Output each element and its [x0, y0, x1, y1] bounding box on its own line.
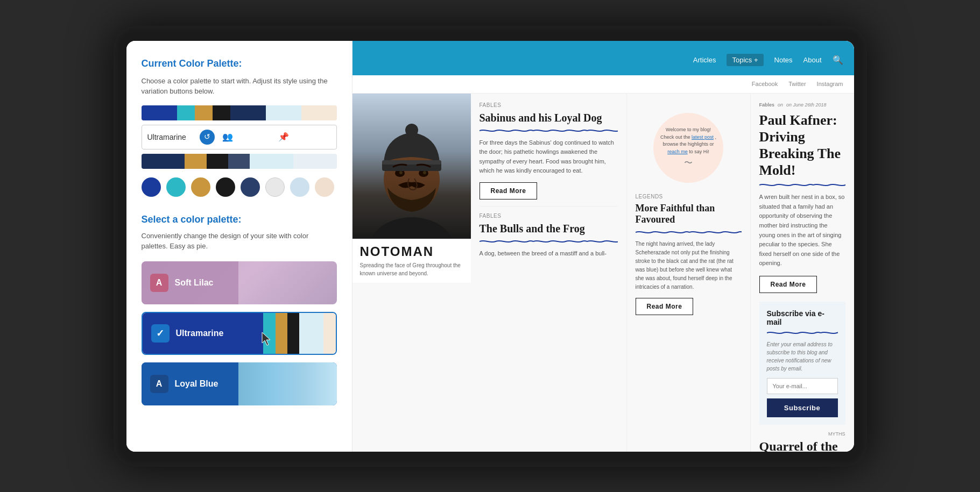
subscribe-email-input[interactable] [767, 378, 838, 394]
swatch-5 [230, 105, 266, 120]
people-icon[interactable]: 👥 [222, 132, 275, 142]
latest-post-link[interactable]: latest post [692, 134, 714, 140]
search-icon[interactable]: 🔍 [833, 55, 843, 65]
notoman-section: NOTOMAN Spreading the face of Greg throu… [352, 239, 471, 283]
swatch-b4 [228, 154, 250, 169]
subscribe-button[interactable]: Subscribe [767, 398, 838, 417]
reach-me-link[interactable]: reach me [667, 149, 688, 154]
myths-title: Quarrel of the Dogs and the Cats [759, 439, 845, 452]
bottom-swatch-bar [142, 154, 337, 169]
swatch-6 [266, 105, 301, 120]
tablet-frame: Current Color Palette: Choose a color pa… [114, 26, 867, 467]
sabinus-title: Sabinus and his Loyal Dog [480, 111, 618, 124]
color-circle-peach[interactable] [315, 177, 334, 197]
left-panel: Current Color Palette: Choose a color pa… [126, 41, 352, 452]
svg-point-10 [405, 124, 418, 137]
screen: Current Color Palette: Choose a color pa… [126, 41, 854, 452]
nav-instagram[interactable]: Instagram [817, 81, 843, 87]
select-palette-section: Select a color palette: Conveniently cha… [142, 214, 337, 405]
article-bulls: Fables The Bulls and the Frog A dog, bet… [480, 213, 618, 259]
sw1 [239, 313, 264, 354]
site-title: NOTOMAN [360, 244, 463, 259]
color-circle-teal[interactable] [166, 177, 186, 197]
featured-column: Fables on on June 26th 2018 Paul Kafner:… [751, 94, 854, 452]
palette-card-soft-lilac[interactable]: A Soft Lilac [142, 261, 337, 304]
legends-article: Legends More Faithful than Favoured The … [636, 194, 742, 315]
color-circle-brown[interactable] [191, 177, 210, 197]
nav-articles[interactable]: Articles [693, 56, 716, 64]
color-circle-black[interactable] [216, 177, 235, 197]
svg-point-7 [423, 171, 426, 174]
welcome-bubble: Welcome to my blog! Check out the latest… [653, 113, 723, 183]
featured-read-more[interactable]: Read More [759, 276, 817, 293]
loyal-blue-name: Loyal Blue [175, 379, 218, 389]
ultramarine-inner: ✓ Ultramarine [143, 313, 336, 354]
current-palette-desc: Choose a color palette to start with. Ad… [142, 76, 337, 97]
svg-point-6 [399, 171, 403, 174]
right-panel: Articles Topics + Notes About 🔍 Facebook… [352, 41, 854, 452]
legends-wavy [636, 230, 742, 234]
featured-date: on June 26th 2018 [786, 102, 827, 108]
top-blue-bar [352, 41, 854, 45]
article-sabinus: Fables Sabinus and his Loyal Dog For thr… [480, 102, 618, 199]
featured-meta: Fables on on June 26th 2018 [759, 102, 845, 108]
swatch-4 [213, 105, 230, 120]
nav-notes[interactable]: Notes [774, 56, 793, 64]
color-circle-light[interactable] [265, 177, 285, 197]
soft-lilac-name: Soft Lilac [175, 278, 214, 288]
swatch-b3 [207, 154, 228, 169]
legends-excerpt: The night having arrived, the lady Scheh… [636, 240, 742, 291]
featured-on: on [778, 102, 783, 108]
color-circle-navy[interactable] [241, 177, 260, 197]
palette-card-ultramarine[interactable]: ✓ Ultramarine [142, 312, 337, 355]
subscribe-box: Subscribe via e-mail Enter your email ad… [759, 302, 845, 425]
swatch-2 [177, 105, 195, 120]
swatch-1 [142, 105, 177, 120]
featured-post: Fables on on June 26th 2018 Paul Kafner:… [759, 102, 845, 294]
top-swatch-bar [142, 105, 337, 120]
loyal-blue-icon: A [150, 375, 168, 393]
hero-face-image [352, 94, 471, 239]
subscribe-wavy [767, 331, 838, 335]
legends-read-more[interactable]: Read More [636, 298, 694, 315]
sw6 [323, 313, 335, 354]
featured-wavy [759, 183, 845, 187]
loyal-blue-label: A Loyal Blue [142, 362, 238, 405]
blog-content-area: Fables Sabinus and his Loyal Dog For thr… [471, 94, 854, 452]
ultramarine-label: ✓ Ultramarine [143, 313, 239, 354]
nav-about[interactable]: About [803, 56, 822, 64]
reset-icon[interactable]: ↺ [200, 130, 215, 145]
hero-column: NOTOMAN Spreading the face of Greg throu… [352, 94, 471, 452]
sabinus-wavy [480, 129, 618, 133]
myths-section: Myths Quarrel of the Dogs and the Cats [759, 431, 845, 452]
bulls-excerpt: A dog, between the breed of a mastiff an… [480, 249, 618, 259]
ultramarine-swatches [239, 313, 336, 354]
color-circle-lightblue[interactable] [290, 177, 309, 197]
legends-title: More Faithful than Favoured [636, 203, 742, 226]
sabinus-read-more[interactable]: Read More [480, 182, 538, 199]
bulls-tag: Fables [480, 213, 618, 219]
nav-facebook[interactable]: Facebook [752, 81, 778, 87]
loyal-blue-swatches [238, 362, 337, 405]
color-circle-blue[interactable] [142, 177, 161, 197]
welcome-text-3: to say Hi! [689, 149, 709, 154]
site-desc: Spreading the face of Greg throughout th… [360, 261, 463, 277]
sabinus-excerpt: For three days the Sabinus' dog continue… [480, 138, 618, 176]
svg-rect-9 [382, 160, 441, 165]
nav-topics[interactable]: Topics + [727, 54, 763, 66]
nav-twitter[interactable]: Twitter [788, 81, 806, 87]
palette-dropdown-value: Ultramarine [147, 133, 200, 141]
palette-dropdown[interactable]: Ultramarine ↺ 👥 📌 [142, 125, 337, 149]
palette-card-loyal-blue[interactable]: A Loyal Blue [142, 362, 337, 405]
legends-tag: Legends [636, 194, 742, 199]
bulls-title: The Bulls and the Frog [480, 222, 618, 235]
ultramarine-icon: ✓ [151, 324, 170, 343]
bulls-wavy [480, 239, 618, 244]
select-palette-heading: Select a color palette: [142, 214, 337, 225]
articles-column: Fables Sabinus and his Loyal Dog For thr… [471, 94, 627, 452]
pin-icon[interactable]: 📌 [278, 132, 331, 142]
sw5 [299, 313, 323, 354]
soft-lilac-inner: A Soft Lilac [142, 261, 337, 304]
checkmark-icon: ✓ [156, 327, 164, 339]
legends-column: Welcome to my blog! Check out the latest… [627, 94, 751, 452]
